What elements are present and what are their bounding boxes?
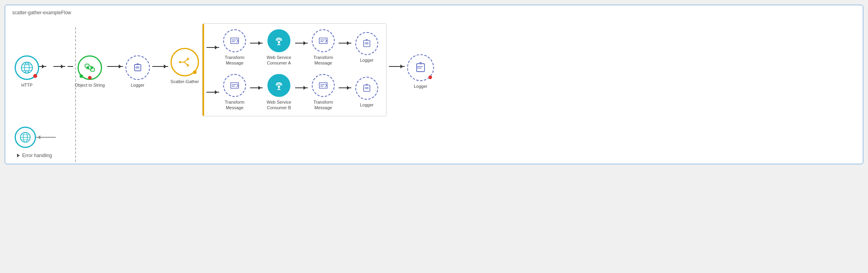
top-logger-circle (355, 32, 378, 55)
scatter-bottom-row: TransformMessage (207, 74, 378, 111)
wsc-a-circle (267, 29, 290, 52)
logger1-node[interactable]: Logger (125, 55, 150, 88)
object-to-string-node[interactable]: Object to String (75, 55, 105, 88)
top-transform2-label: TransformMessage (313, 55, 333, 66)
bottom-transform1-circle (223, 74, 246, 97)
svg-point-8 (136, 68, 136, 68)
ots-green-dot (80, 74, 83, 78)
scatter-box: TransformMessage (202, 23, 387, 116)
wsc-b-node[interactable]: Web ServiceConsumer B (267, 74, 291, 111)
svg-point-14 (179, 61, 181, 63)
top-transform2-icon (317, 35, 329, 47)
wsc-b-icon (273, 80, 285, 91)
http-icon (20, 61, 34, 75)
flow-title: scatter-gather-exampleFlow (11, 9, 857, 16)
scatter-gather-circle (171, 48, 199, 76)
scatter-box-wrapper: TransformMessage (199, 23, 387, 120)
http-red-dot (33, 74, 37, 78)
final-logger-node[interactable]: Logger (407, 54, 434, 89)
top-transform1-node[interactable]: TransformMessage (223, 29, 246, 66)
svg-point-15 (278, 41, 280, 43)
wsc-b-circle (267, 74, 290, 97)
svg-marker-13 (187, 64, 190, 67)
ots-red-dot (88, 76, 91, 80)
canvas-container: scatter-gather-exampleFlow (0, 0, 868, 273)
top-transform2-circle (312, 29, 335, 52)
object-to-string-icon (83, 61, 97, 74)
scatter-gather-label: Scatter-Gather (171, 79, 199, 84)
wsc-a-icon (273, 35, 285, 47)
bottom-logger-label: Logger (360, 102, 373, 108)
svg-point-16 (365, 42, 366, 43)
conn-final (387, 66, 407, 78)
svg-point-21 (417, 66, 419, 67)
bottom-logger-circle (355, 77, 378, 100)
bottom-transform2-label: TransformMessage (313, 99, 333, 111)
object-to-string-label: Object to String (75, 82, 105, 88)
top-logger-label: Logger (360, 57, 373, 63)
scatter-gather-icon (177, 54, 193, 70)
logger1-circle (125, 55, 150, 80)
flow-canvas: scatter-gather-exampleFlow (5, 5, 863, 164)
top-logger-icon (361, 38, 373, 49)
bottom-transform1-icon (229, 80, 241, 91)
error-handling-section: Error handling (11, 151, 857, 160)
http-bottom-icon (19, 131, 32, 144)
logger1-label: Logger (131, 82, 144, 88)
svg-marker-12 (187, 57, 190, 61)
wsc-a-node[interactable]: Web ServiceConsumer A (267, 29, 291, 66)
bottom-transform1-label: TransformMessage (225, 99, 244, 111)
bottom-transform2-icon (317, 80, 329, 91)
svg-rect-6 (91, 68, 95, 71)
svg-point-7 (136, 66, 136, 67)
final-logger-icon (414, 61, 427, 74)
back-arrow-line (36, 137, 56, 138)
dashed-vertical-line (75, 27, 76, 162)
svg-point-20 (365, 88, 366, 89)
http-node[interactable]: HTTP (15, 55, 39, 88)
top-transform1-icon (229, 35, 241, 47)
scatter-box-bar (203, 24, 204, 116)
top-logger-node[interactable]: Logger (355, 32, 378, 63)
top-transform1-label: TransformMessage (225, 55, 244, 66)
http-bottom-circle (15, 127, 36, 148)
object-to-string-circle (78, 55, 102, 80)
final-logger-label: Logger (414, 83, 427, 89)
conn3 (150, 66, 171, 78)
conn1 (52, 66, 75, 78)
svg-point-22 (417, 68, 419, 69)
conn2 (105, 66, 125, 78)
bottom-transform1-node[interactable]: TransformMessage (223, 74, 246, 111)
wsc-a-label: Web ServiceConsumer A (267, 55, 291, 66)
error-handling-label: Error handling (22, 153, 52, 158)
logger1-icon (131, 61, 144, 74)
arrow-http-transform (39, 66, 52, 67)
bottom-logger-node[interactable]: Logger (355, 77, 378, 108)
error-handling-toggle[interactable]: Error handling (15, 151, 857, 160)
svg-rect-5 (85, 64, 89, 67)
final-logger-circle (407, 54, 434, 81)
top-transform2-node[interactable]: TransformMessage (312, 29, 335, 66)
bottom-transform2-circle (312, 74, 335, 97)
svg-point-17 (365, 44, 366, 44)
bottom-logger-icon (361, 82, 373, 94)
scatter-gather-node[interactable]: Scatter-Gather (171, 48, 199, 84)
bottom-section (11, 127, 857, 148)
error-triangle-icon (17, 154, 20, 157)
http-bottom-node[interactable] (15, 127, 36, 148)
http-label: HTTP (21, 82, 33, 88)
wsc-b-label: Web ServiceConsumer B (267, 99, 291, 111)
final-logger-red-dot (428, 76, 432, 79)
svg-point-19 (365, 87, 366, 88)
scatter-top-row: TransformMessage (207, 29, 378, 66)
top-transform1-circle (223, 29, 246, 52)
sg-yellow-dot (193, 70, 197, 74)
bottom-transform2-node[interactable]: TransformMessage (312, 74, 335, 111)
svg-point-18 (278, 85, 280, 88)
http-icon-circle (15, 55, 39, 80)
